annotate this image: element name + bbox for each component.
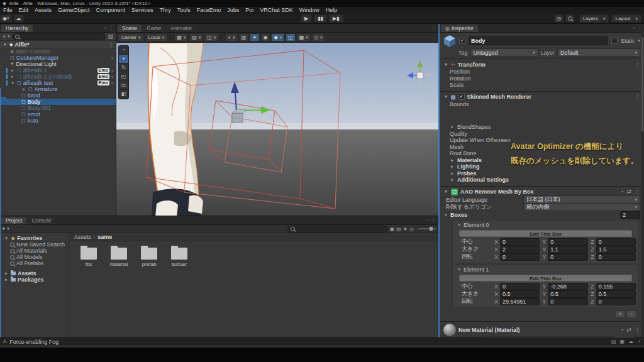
pivot-dropdown[interactable]: Center ▾ bbox=[118, 33, 144, 41]
scene-fold-icon[interactable]: ▾ bbox=[3, 42, 8, 47]
position-row[interactable]: Position bbox=[443, 69, 640, 75]
rotation-y-field[interactable]: 0 bbox=[548, 253, 587, 261]
menu-assets[interactable]: Assets bbox=[31, 7, 55, 13]
static-dropdown-icon[interactable]: ▾ bbox=[638, 38, 640, 43]
probes-foldout[interactable]: ▸Probes bbox=[443, 170, 640, 177]
camera-settings-dropdown[interactable]: ◇▾ bbox=[312, 33, 325, 41]
hierarchy-item-body[interactable]: ▢ Body bbox=[0, 99, 116, 105]
visibility-toggle[interactable]: ◫ bbox=[286, 33, 296, 41]
panel-menu-icon[interactable]: ⋮ bbox=[109, 25, 114, 31]
draw-mode-dropdown[interactable]: ◐▾ bbox=[225, 33, 237, 41]
gameobject-name-field[interactable]: Body bbox=[469, 36, 608, 45]
create-dropdown-icon[interactable]: ▾ bbox=[8, 34, 10, 39]
prefab-arrow-icon[interactable]: › bbox=[111, 80, 116, 86]
grid-snap-dropdown[interactable]: ▦▾ bbox=[174, 33, 188, 41]
presets-icon[interactable]: ⇄ bbox=[626, 189, 631, 195]
audio-toggle[interactable]: ◉ bbox=[261, 33, 270, 41]
pause-button[interactable]: ▮▮ bbox=[314, 14, 327, 23]
component-menu-icon[interactable]: ⋮ bbox=[635, 189, 640, 195]
tab-inspector[interactable]: ◎ Inspector bbox=[441, 25, 478, 32]
fold-icon[interactable]: ▾ bbox=[10, 80, 15, 85]
size-y-field[interactable]: 0.5 bbox=[548, 290, 587, 298]
folder-textuer[interactable]: textuer bbox=[169, 248, 190, 267]
assets-root-foldout[interactable]: ▸ Assets bbox=[0, 270, 69, 277]
hierarchy-item-main-camera[interactable]: ▣ Main Camera bbox=[0, 48, 116, 55]
prefab-arrow-icon[interactable]: › bbox=[111, 55, 116, 61]
packages-root-foldout[interactable]: ▸ Packages bbox=[0, 277, 69, 283]
progress-icon[interactable]: ◔ bbox=[637, 339, 640, 344]
hierarchy-search-input[interactable] bbox=[12, 33, 106, 40]
inspector-scrollbar[interactable] bbox=[641, 32, 644, 337]
favorite-all-models[interactable]: All Models bbox=[0, 254, 69, 260]
prefab-arrow-icon[interactable]: › bbox=[111, 74, 116, 80]
panel-menu-icon[interactable]: ⋮ bbox=[431, 25, 436, 31]
size-x-field[interactable]: 0.5 bbox=[500, 290, 540, 298]
component-menu-icon[interactable]: ⋮ bbox=[635, 62, 640, 68]
lighting-toggle[interactable]: ☀ bbox=[250, 33, 259, 41]
effects-dropdown[interactable]: ◆▾ bbox=[271, 33, 284, 41]
hierarchy-item-emot[interactable]: ▢ emot bbox=[0, 111, 116, 118]
boxes-count-field[interactable]: 2 bbox=[620, 211, 640, 219]
tab-hierarchy[interactable]: Hierarchy bbox=[1, 25, 33, 32]
cache-server-icon[interactable]: ▣ bbox=[620, 339, 625, 344]
hierarchy-item-alfiesdk-2-android[interactable]: ▸ ▢ alfiesdk 2 (Android) Emo › bbox=[0, 74, 116, 80]
help-icon[interactable]: ◔ bbox=[620, 327, 623, 333]
additional-settings-foldout[interactable]: ▸Additional Settings bbox=[443, 177, 640, 184]
tab-scene[interactable]: Scene bbox=[118, 25, 142, 32]
move-snap-dropdown[interactable]: ▤▾ bbox=[189, 33, 203, 41]
hidden-packages-icon[interactable]: ◎ bbox=[409, 226, 414, 232]
rotation-z-field[interactable]: 0 bbox=[596, 298, 636, 305]
lock-icon[interactable]: ▫ bbox=[426, 217, 428, 223]
2d-toggle[interactable]: ▥ bbox=[239, 33, 249, 41]
center-y-field[interactable]: -0.268 bbox=[548, 283, 587, 290]
status-bar[interactable]: ⚠ Force-enabling Fog ▤ ▣ ☁ ◔ bbox=[0, 337, 644, 345]
menu-thry[interactable]: Thry bbox=[157, 7, 174, 13]
account-button[interactable]: ◉ ▾ bbox=[0, 14, 12, 23]
create-dropdown-icon[interactable]: ▾ bbox=[7, 226, 9, 231]
layers-dropdown[interactable]: Layers ▾ bbox=[579, 14, 609, 23]
lock-icon[interactable]: ▫ bbox=[104, 25, 106, 31]
component-menu-icon[interactable]: ⋮ bbox=[635, 327, 640, 333]
remove-polygons-dropdown[interactable]: 箱の内側▾ bbox=[523, 203, 640, 211]
scrollbar-thumb[interactable] bbox=[641, 37, 643, 131]
hierarchy-item-armature[interactable]: ▸ ▢ Armature bbox=[0, 86, 116, 92]
hierarchy-item-band[interactable]: ▢ band bbox=[0, 92, 116, 99]
orientation-dropdown[interactable]: Local ▾ bbox=[145, 33, 168, 41]
panel-menu-icon[interactable]: ⋮ bbox=[637, 25, 642, 31]
quality-row[interactable]: Quality bbox=[443, 131, 640, 138]
create-button[interactable]: + bbox=[2, 226, 5, 232]
size-y-field[interactable]: 1.1 bbox=[548, 246, 587, 253]
hierarchy-item-alfiesdk-2[interactable]: ▸ ▢ alfiesdk 2 Emo › bbox=[0, 67, 116, 74]
filter-icon[interactable]: ▤ bbox=[108, 33, 113, 40]
hierarchy-item-directional-light[interactable]: ☀ Directional Light bbox=[0, 61, 116, 67]
tab-animator[interactable]: Animator bbox=[166, 25, 196, 32]
search-by-label-icon[interactable]: ▤ bbox=[396, 226, 401, 232]
add-box-button[interactable]: + bbox=[615, 310, 625, 318]
console-activity-icon[interactable]: ▤ bbox=[611, 339, 616, 344]
fold-icon[interactable]: ▾ bbox=[443, 94, 448, 99]
size-z-field[interactable]: 1.5 bbox=[596, 246, 636, 253]
hierarchy-scene-row[interactable]: ▾ ◈ Alfie* ⋮ bbox=[0, 40, 116, 48]
rotation-x-field[interactable]: 0 bbox=[500, 253, 540, 261]
folder-material[interactable]: material bbox=[108, 248, 130, 267]
menu-services[interactable]: Services bbox=[128, 7, 157, 13]
move-tool[interactable]: + bbox=[119, 55, 128, 63]
menu-jobs[interactable]: Jobs bbox=[224, 7, 242, 13]
favorite-search-icon[interactable]: ★ bbox=[403, 226, 408, 232]
cloud-services-button[interactable]: ☁ bbox=[14, 14, 24, 23]
size-z-field[interactable]: 0.5 bbox=[596, 290, 636, 298]
menu-faceemo[interactable]: FaceEmo bbox=[194, 7, 225, 13]
menu-component[interactable]: Component bbox=[93, 7, 129, 13]
hierarchy-item-alfiesdk-test[interactable]: ▾ ▢ alfiesdk test Emo › bbox=[0, 80, 116, 86]
layer-dropdown[interactable]: Default▾ bbox=[557, 48, 640, 57]
lock-icon[interactable]: ▫ bbox=[633, 25, 635, 31]
play-button[interactable]: ▶ bbox=[301, 14, 312, 23]
tab-game[interactable]: Game bbox=[142, 25, 165, 32]
fold-icon[interactable]: ▸ bbox=[10, 74, 15, 79]
breadcrumb-current[interactable]: same bbox=[97, 234, 112, 240]
undo-history-button[interactable]: ◷ bbox=[554, 14, 564, 23]
layout-dropdown[interactable]: Layout ▾ bbox=[611, 14, 641, 23]
scale-tool[interactable]: ◰ bbox=[119, 72, 128, 81]
scale-row[interactable]: Scale bbox=[443, 82, 640, 89]
breadcrumb-assets[interactable]: Assets bbox=[74, 234, 91, 240]
